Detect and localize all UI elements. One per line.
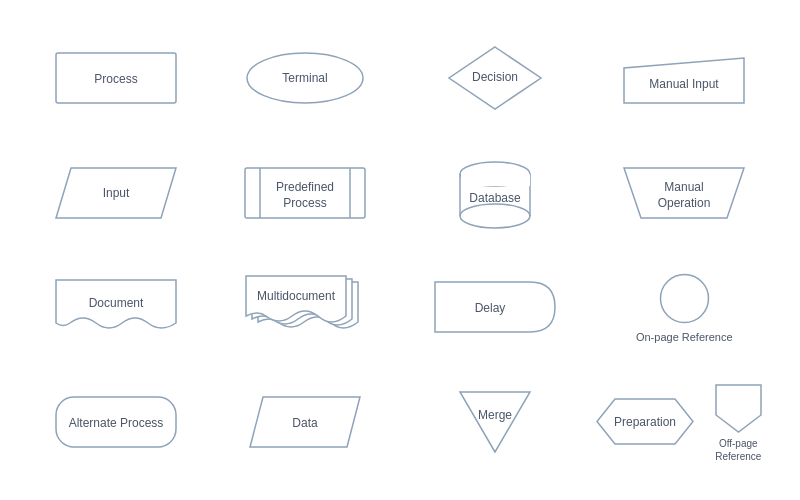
cell-document: Document [26, 255, 206, 360]
cell-manual-operation: Manual Operation [595, 141, 775, 246]
cell-database: Database [405, 141, 585, 246]
on-page-reference-label: On-page Reference [636, 330, 733, 344]
cell-process: Process [26, 26, 206, 131]
svg-rect-13 [461, 174, 530, 186]
svg-text:Operation: Operation [658, 196, 711, 210]
cell-preparation-offpage: Preparation Off-page Reference [595, 370, 775, 475]
cell-decision: Decision [405, 26, 585, 131]
document-label: Document [88, 296, 143, 310]
cell-manual-input: Manual Input [595, 26, 775, 131]
input-label: Input [102, 186, 129, 200]
svg-text:Manual: Manual [665, 180, 704, 194]
cell-predefined-process: Predefined Process [216, 141, 396, 246]
preparation-label: Preparation [613, 415, 675, 429]
manual-input-label: Manual Input [650, 77, 720, 91]
svg-marker-20 [460, 392, 530, 452]
cell-terminal: Terminal [216, 26, 396, 131]
terminal-label: Terminal [283, 71, 328, 85]
cell-merge: Merge [405, 370, 585, 475]
cell-on-page-reference: On-page Reference [595, 255, 775, 360]
multidocument-label: Multidocument [257, 289, 336, 303]
diagram-grid: Process Terminal Decision Manual Input [10, 10, 790, 490]
cell-input: Input [26, 141, 206, 246]
svg-text:Process: Process [284, 196, 327, 210]
off-page-reference-label: Off-page Reference [703, 437, 775, 463]
process-label: Process [94, 72, 137, 86]
data-label: Data [293, 416, 319, 430]
merge-label: Merge [478, 408, 512, 422]
decision-label: Decision [472, 70, 518, 84]
predefined-process-label: Predefined [276, 180, 334, 194]
cell-multidocument: Multidocument [216, 255, 396, 360]
svg-marker-22 [716, 385, 761, 432]
cell-delay: Delay [405, 255, 585, 360]
svg-point-12 [460, 204, 530, 228]
delay-label: Delay [474, 301, 505, 315]
database-label: Database [469, 191, 521, 205]
cell-alternate-process: Alternate Process [26, 370, 206, 475]
cell-data: Data [216, 370, 396, 475]
alternate-process-label: Alternate Process [68, 416, 163, 430]
svg-point-17 [660, 274, 708, 322]
